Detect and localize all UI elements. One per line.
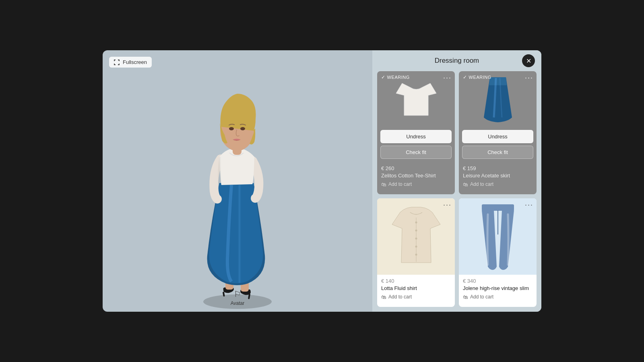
item-card-jeans: ··· bbox=[459, 198, 537, 307]
item-name-tshirt: Zelitos Cotton Tee-Shirt bbox=[381, 173, 451, 179]
svg-point-17 bbox=[415, 246, 417, 248]
fluid-shirt-svg bbox=[390, 202, 442, 271]
svg-point-15 bbox=[415, 230, 417, 232]
jeans-image bbox=[459, 198, 537, 275]
add-to-cart-button-tshirt[interactable]: 🛍 Add to cart bbox=[381, 181, 412, 187]
svg-rect-19 bbox=[482, 204, 514, 211]
fullscreen-icon bbox=[114, 60, 120, 65]
avatar-figure bbox=[169, 78, 306, 312]
tshirt-svg bbox=[394, 75, 438, 123]
avatar-person-icon: ⚐ bbox=[234, 289, 241, 299]
svg-point-12 bbox=[240, 127, 245, 130]
item-menu-button-skirt[interactable]: ··· bbox=[525, 74, 533, 82]
undress-button-tshirt[interactable]: Undress bbox=[380, 130, 452, 143]
item-info-jeans: € 340 Jolene high-rise vintage slim 🛍 Ad… bbox=[459, 275, 537, 304]
dressing-room-header: Dressing room ✕ bbox=[372, 50, 541, 71]
jeans-svg bbox=[476, 202, 520, 271]
cart-icon-skirt: 🛍 bbox=[463, 181, 468, 187]
item-price-fluid-shirt: € 140 bbox=[381, 278, 451, 284]
svg-point-11 bbox=[229, 127, 234, 130]
cart-icon-jeans: 🛍 bbox=[463, 294, 468, 300]
avatar-panel: Fullscreen bbox=[103, 50, 372, 312]
cart-icon-tshirt: 🛍 bbox=[381, 181, 386, 187]
item-name-fluid-shirt: Lotta Fluid shirt bbox=[381, 285, 451, 292]
add-to-cart-label-tshirt: Add to cart bbox=[388, 181, 412, 187]
close-button[interactable]: ✕ bbox=[522, 54, 535, 67]
wearing-badge-skirt: ✓ WEARING bbox=[463, 74, 491, 80]
wearing-badge-tshirt: ✓ WEARING bbox=[381, 74, 410, 80]
add-to-cart-label-skirt: Add to cart bbox=[470, 181, 493, 187]
svg-point-18 bbox=[415, 254, 417, 256]
item-info-skirt: € 159 Leisure Acetate skirt 🛍 Add to car… bbox=[459, 162, 537, 191]
items-grid: ✓ WEARING ··· Undress Check fit bbox=[372, 71, 541, 312]
item-info-fluid-shirt: € 140 Lotta Fluid shirt 🛍 Add to cart bbox=[377, 275, 455, 304]
fullscreen-label: Fullscreen bbox=[123, 59, 147, 65]
add-to-cart-button-fluid-shirt[interactable]: 🛍 Add to cart bbox=[381, 294, 412, 300]
dressing-room-modal: Fullscreen bbox=[103, 50, 541, 312]
item-card-top-fluid-shirt: ··· bbox=[377, 198, 455, 275]
item-name-skirt: Leisure Acetate skirt bbox=[463, 173, 533, 179]
item-name-jeans: Jolene high-rise vintage slim bbox=[463, 285, 533, 292]
avatar-text: Avatar bbox=[231, 300, 244, 306]
add-to-cart-button-jeans[interactable]: 🛍 Add to cart bbox=[463, 294, 493, 300]
item-price-skirt: € 159 bbox=[463, 165, 533, 171]
cart-icon-fluid-shirt: 🛍 bbox=[381, 294, 386, 300]
add-to-cart-label-fluid-shirt: Add to cart bbox=[388, 294, 412, 300]
avatar-label-container: ⚐ Avatar bbox=[231, 289, 244, 306]
avatar-svg bbox=[169, 78, 306, 312]
item-card-top-skirt: ✓ WEARING ··· bbox=[459, 71, 537, 128]
close-icon: ✕ bbox=[526, 57, 531, 65]
item-menu-button-fluid-shirt[interactable]: ··· bbox=[443, 201, 452, 209]
fullscreen-button[interactable]: Fullscreen bbox=[109, 57, 152, 68]
item-price-tshirt: € 260 bbox=[381, 165, 451, 171]
check-fit-button-tshirt[interactable]: Check fit bbox=[380, 146, 452, 159]
add-to-cart-button-skirt[interactable]: 🛍 Add to cart bbox=[463, 181, 493, 187]
wearing-label-tshirt: WEARING bbox=[387, 75, 410, 80]
item-card-top-tshirt: ✓ WEARING ··· bbox=[377, 71, 455, 128]
wearing-check-icon: ✓ bbox=[381, 74, 386, 80]
item-card-top-jeans: ··· bbox=[459, 198, 537, 275]
item-menu-button-tshirt[interactable]: ··· bbox=[443, 74, 452, 82]
item-info-tshirt: € 260 Zelitos Cotton Tee-Shirt 🛍 Add to … bbox=[377, 162, 455, 191]
check-fit-button-skirt[interactable]: Check fit bbox=[462, 146, 533, 159]
svg-point-14 bbox=[415, 222, 417, 224]
skirt-svg bbox=[478, 73, 518, 125]
right-panel: Dressing room ✕ ✓ WEARING ··· bbox=[372, 50, 541, 312]
undress-button-skirt[interactable]: Undress bbox=[462, 130, 533, 143]
fluid-shirt-image bbox=[377, 198, 455, 275]
card-actions-tshirt: Undress Check fit bbox=[377, 128, 455, 162]
item-menu-button-jeans[interactable]: ··· bbox=[525, 201, 533, 209]
item-price-jeans: € 340 bbox=[463, 278, 533, 284]
add-to-cart-label-jeans: Add to cart bbox=[470, 294, 493, 300]
item-card-tshirt: ✓ WEARING ··· Undress Check fit bbox=[377, 71, 455, 194]
card-actions-skirt: Undress Check fit bbox=[459, 128, 537, 162]
item-card-fluid-shirt: ··· bbox=[377, 198, 455, 307]
wearing-check-icon-skirt: ✓ bbox=[463, 74, 467, 80]
dressing-room-title: Dressing room bbox=[435, 57, 479, 65]
item-card-skirt: ✓ WEARING ··· Undres bbox=[459, 71, 537, 194]
wearing-label-skirt: WEARING bbox=[469, 75, 491, 80]
svg-point-16 bbox=[415, 238, 417, 240]
